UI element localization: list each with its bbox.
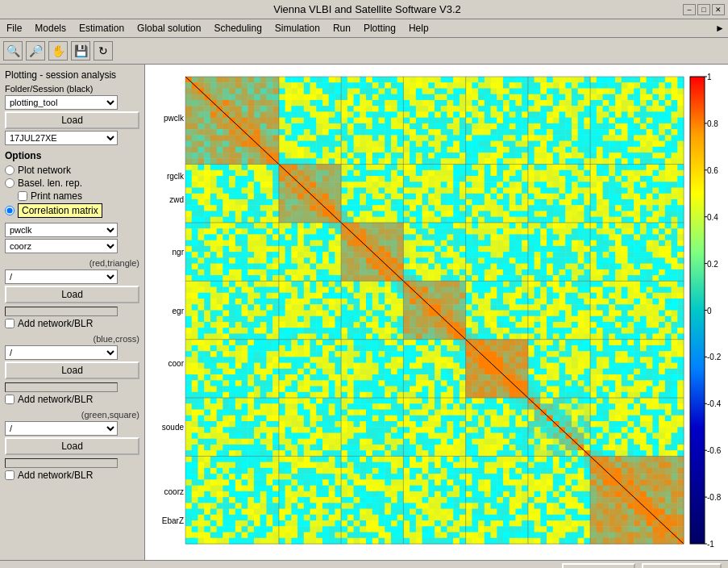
toolbar: 🔍 🔎 ✋ 💾 ↻ [0,38,728,65]
menu-estimation[interactable]: Estimation [73,21,131,36]
add-network-1-row: Add network/BLR [5,318,139,329]
load-red-button[interactable]: Load [5,286,139,303]
menu-global-solution[interactable]: Global solution [131,21,207,36]
options-label: Options [5,150,139,161]
menu-help[interactable]: Help [402,21,435,36]
red-select[interactable]: / [5,269,118,284]
menu-bar: File Models Estimation Global solution S… [0,19,728,38]
menu-arrow[interactable]: ► [712,21,728,36]
right-panel [145,65,728,560]
plot-network-label[interactable]: Plot network [18,165,71,176]
param2-select[interactable]: coorz pwclk ngr egr [5,239,118,253]
session-select[interactable]: 17JUL27XE [5,131,118,145]
baseline-row: Basel. len. rep. [5,178,139,189]
red-scrollbar[interactable] [5,307,118,316]
add-network-2-checkbox[interactable] [5,395,15,404]
print-names-row: Print names [5,190,139,202]
add-network-3-row: Add network/BLR [5,470,139,481]
load-blue-button[interactable]: Load [5,361,139,379]
blue-cross-label: (blue,cross) [5,334,139,344]
print-names-label[interactable]: Print names [31,190,82,202]
menu-file[interactable]: File [0,21,28,36]
menu-simulation[interactable]: Simulation [268,21,327,36]
folder-select[interactable]: plotting_tool [5,95,118,110]
param1-select[interactable]: pwclk coorz ngr egr [5,223,118,237]
menu-plotting[interactable]: Plotting [357,21,402,36]
menu-scheduling[interactable]: Scheduling [207,21,268,36]
blue-scrollbar[interactable] [5,382,118,392]
corr-matrix-row: Correlation matrix [5,203,139,218]
green-scrollbar[interactable] [5,458,118,468]
baseline-radio[interactable] [5,178,15,188]
print-names-checkbox[interactable] [18,191,27,201]
window-title: Vienna VLBI and Satellite Software V3.2 [52,3,683,15]
blue-select[interactable]: / [5,345,118,360]
baseline-label[interactable]: Basel. len. rep. [18,178,82,189]
add-network-3-label[interactable]: Add network/BLR [18,470,93,481]
pan-button[interactable]: ✋ [48,41,68,61]
add-network-2-label[interactable]: Add network/BLR [18,394,93,405]
corr-matrix-radio[interactable] [5,206,15,215]
save-button[interactable]: 💾 [71,41,90,61]
add-network-1-label[interactable]: Add network/BLR [18,318,93,329]
load-folder-button[interactable]: Load [5,111,139,129]
plot-network-radio[interactable] [5,165,15,175]
window-controls[interactable]: – □ ✕ [683,4,725,15]
menu-models[interactable]: Models [28,21,73,36]
menu-run[interactable]: Run [327,21,357,36]
add-network-1-checkbox[interactable] [5,319,15,328]
close-button[interactable]: ✕ [712,4,725,15]
corr-matrix-label: Correlation matrix [18,203,102,218]
zoom-in-button[interactable]: 🔍 [3,41,23,61]
load-green-button[interactable]: Load [5,437,139,455]
title-bar: Vienna VLBI and Satellite Software V3.2 … [0,0,728,19]
maximize-button[interactable]: □ [697,4,710,15]
panel-title: Plotting - session analysis [5,69,139,81]
zoom-out-button[interactable]: 🔎 [26,41,45,61]
save-run-button[interactable]: Save + Run [642,563,722,569]
refresh-button[interactable]: ↻ [94,41,113,61]
add-network-3-checkbox[interactable] [5,470,15,480]
red-triangle-label: (red,triangle) [5,258,139,268]
main-layout: Plotting - session analysis Folder/Sessi… [0,65,728,560]
bottom-bar: Save runp Save + Run [0,560,728,568]
minimize-button[interactable]: – [683,4,696,15]
save-runp-button[interactable]: Save runp [562,563,635,569]
correlation-matrix-canvas [145,65,728,560]
green-square-label: (green,square) [5,410,139,420]
add-network-2-row: Add network/BLR [5,394,139,405]
left-panel: Plotting - session analysis Folder/Sessi… [0,65,145,560]
green-select[interactable]: / [5,421,118,436]
plot-network-row: Plot network [5,165,139,176]
folder-session-label: Folder/Session (black) [5,84,139,94]
